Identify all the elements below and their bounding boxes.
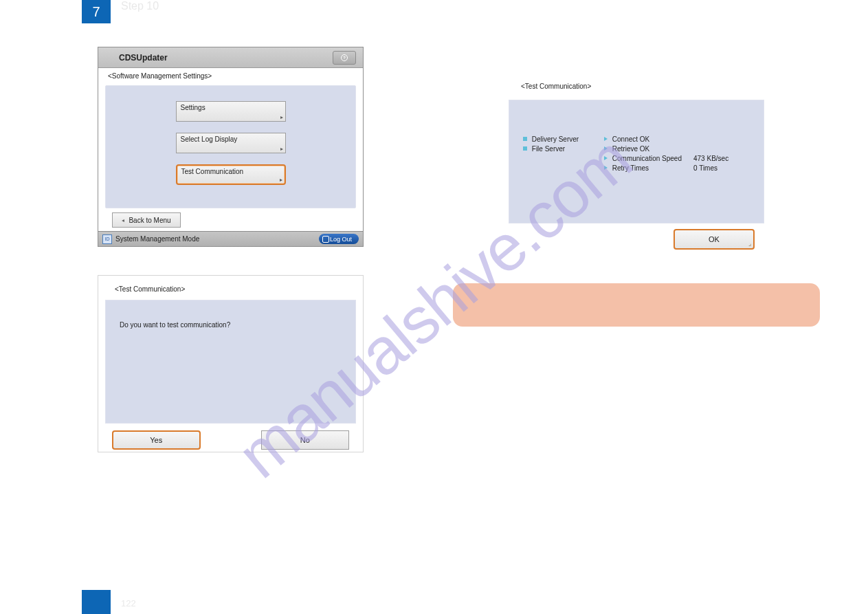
page-number: 122 bbox=[121, 598, 136, 608]
no-button[interactable]: No bbox=[261, 430, 349, 450]
resize-corner-icon: ⌟ bbox=[748, 240, 751, 247]
select-log-label: Select Log Display bbox=[181, 135, 238, 143]
test-communication-result-panel: <Test Communication> Delivery Server Con… bbox=[506, 77, 767, 253]
ok-button[interactable]: OK ⌟ bbox=[674, 229, 755, 250]
id-icon: ID bbox=[102, 234, 112, 244]
chevron-right-icon: ▸ bbox=[280, 146, 283, 152]
note-box bbox=[453, 283, 820, 327]
help-icon: ? bbox=[340, 54, 348, 62]
retrieve-ok-label: Retrieve OK bbox=[612, 145, 649, 153]
dialog-section-label: <Test Communication> bbox=[98, 276, 363, 297]
back-to-menu-button[interactable]: ◂ Back to Menu bbox=[112, 212, 181, 228]
test-communication-label: Test Communication bbox=[181, 168, 244, 175]
triangle-bullet-icon bbox=[604, 156, 608, 160]
window-titlebar: CDSUpdater ? bbox=[98, 47, 363, 68]
comm-speed-label: Communication Speed bbox=[612, 155, 682, 162]
settings-button[interactable]: Settings ▸ bbox=[176, 101, 286, 122]
logout-label: Log Out bbox=[330, 236, 352, 243]
comm-speed-value: 473 KB/sec bbox=[693, 154, 728, 164]
file-server-label: File Server bbox=[532, 145, 565, 153]
cdsupdater-window: CDSUpdater ? <Software Management Settin… bbox=[98, 47, 364, 247]
select-log-display-button[interactable]: Select Log Display ▸ bbox=[176, 133, 286, 153]
test-communication-button[interactable]: Test Communication ▸ bbox=[176, 164, 286, 185]
back-label: Back to Menu bbox=[129, 217, 170, 224]
svg-text:?: ? bbox=[343, 56, 346, 60]
status-mode-label: System Management Mode bbox=[115, 235, 199, 243]
ok-row: OK ⌟ bbox=[506, 223, 767, 250]
settings-button-label: Settings bbox=[181, 104, 205, 111]
dialog-question: Do you want to test communication? bbox=[120, 321, 230, 329]
chevron-right-icon: ▸ bbox=[280, 114, 283, 120]
connect-ok-label: Connect OK bbox=[612, 135, 649, 143]
square-bullet-icon bbox=[523, 137, 527, 141]
yes-button[interactable]: Yes bbox=[112, 430, 201, 450]
window-title: CDSUpdater bbox=[119, 53, 168, 63]
settings-panel: Settings ▸ Select Log Display ▸ Test Com… bbox=[105, 85, 356, 208]
step-label: Step 10 bbox=[121, 0, 159, 12]
chevron-right-icon: ▸ bbox=[280, 177, 282, 183]
square-bullet-icon bbox=[523, 146, 527, 151]
chevron-left-icon: ◂ bbox=[122, 217, 124, 223]
triangle-bullet-icon bbox=[604, 137, 608, 141]
footer-badge bbox=[82, 590, 111, 614]
section-number-badge: 7 bbox=[82, 0, 111, 23]
result-section-label: <Test Communication> bbox=[506, 77, 767, 97]
test-communication-confirm-dialog: <Test Communication> Do you want to test… bbox=[98, 275, 364, 452]
triangle-bullet-icon bbox=[604, 166, 608, 170]
back-bar: ◂ Back to Menu bbox=[98, 209, 363, 231]
help-button[interactable]: ? bbox=[333, 51, 356, 65]
yes-label: Yes bbox=[150, 436, 162, 444]
retry-times-value: 0 Times bbox=[693, 164, 717, 173]
retry-times-label: Retry Times bbox=[612, 164, 649, 172]
logout-button[interactable]: Log Out bbox=[319, 234, 359, 244]
result-panel: Delivery Server Connect OK File Server R… bbox=[509, 100, 764, 223]
ok-label: OK bbox=[709, 235, 720, 243]
section-label: <Software Management Settings> bbox=[98, 68, 363, 83]
no-label: No bbox=[300, 436, 310, 444]
delivery-server-label: Delivery Server bbox=[532, 135, 579, 143]
triangle-bullet-icon bbox=[604, 146, 608, 151]
dialog-panel: Do you want to test communication? bbox=[105, 300, 356, 424]
dialog-button-row: Yes No bbox=[98, 424, 363, 450]
status-bar: ID System Management Mode Log Out bbox=[98, 231, 363, 246]
